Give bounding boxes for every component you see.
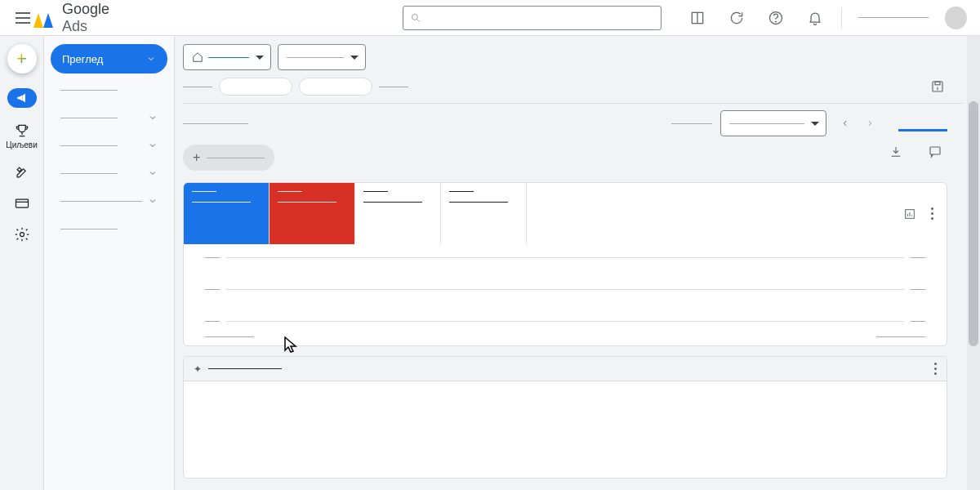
search-input[interactable] — [403, 6, 662, 30]
account-name[interactable] — [858, 17, 929, 18]
prev-button[interactable] — [835, 111, 856, 136]
sidebar: Преглед — [44, 36, 175, 490]
sidebar-item[interactable] — [51, 106, 167, 129]
date-paging — [835, 111, 880, 136]
metric-tile[interactable] — [441, 183, 527, 244]
appearance-icon[interactable] — [688, 8, 707, 28]
sidebar-overview-label: Преглед — [62, 53, 103, 65]
insights-card: ✦ — [183, 356, 947, 479]
hamburger-menu-icon[interactable] — [13, 8, 32, 28]
add-card-button[interactable]: + — [183, 145, 274, 171]
search-icon — [410, 12, 421, 24]
cursor-icon — [282, 335, 301, 354]
sidebar-overview[interactable]: Преглед — [51, 44, 167, 74]
filter-chips-row — [183, 77, 964, 96]
scrollbar[interactable] — [967, 36, 980, 490]
notifications-icon[interactable] — [805, 8, 825, 28]
scroll-thumb[interactable] — [969, 101, 978, 346]
header: Google Ads — [0, 0, 980, 36]
nav-rail: + Циљеви — [0, 36, 44, 490]
section-title — [183, 123, 248, 124]
admin-rail-item[interactable] — [6, 226, 38, 243]
tools-icon — [14, 164, 30, 180]
toolbar-row — [183, 110, 964, 136]
campaigns-rail-item[interactable] — [7, 88, 37, 108]
megaphone-icon — [16, 91, 29, 105]
sidebar-item[interactable] — [51, 217, 167, 240]
next-button[interactable] — [859, 111, 880, 136]
date-range-select[interactable] — [720, 110, 826, 136]
create-button[interactable]: + — [7, 44, 37, 74]
divider — [841, 7, 842, 29]
chart-gridline — [205, 321, 925, 322]
billing-rail-item[interactable] — [6, 195, 38, 212]
main: + — [175, 36, 980, 490]
date-label — [671, 123, 712, 124]
filter-label — [379, 87, 408, 87]
metric-tile[interactable] — [184, 183, 270, 244]
header-actions — [688, 8, 825, 28]
avatar[interactable] — [945, 7, 967, 29]
svg-point-5 — [775, 21, 776, 22]
metrics-card — [183, 182, 947, 346]
filter-chip[interactable] — [299, 78, 372, 96]
home-icon — [192, 51, 203, 63]
card-icon — [14, 195, 30, 212]
chevron-down-icon — [148, 113, 158, 122]
goals-label: Циљеви — [6, 140, 38, 149]
svg-point-0 — [412, 14, 417, 20]
chevron-down-icon — [148, 196, 158, 206]
metric-tile[interactable] — [355, 183, 441, 244]
save-icon[interactable] — [928, 77, 947, 96]
svg-rect-11 — [935, 82, 940, 85]
content: + — [175, 36, 964, 490]
expand-chart-icon[interactable] — [903, 207, 916, 220]
metric-tiles — [184, 183, 947, 244]
chart-gridline — [205, 257, 925, 258]
ads-logo-icon — [38, 8, 57, 28]
search-container — [403, 6, 662, 30]
metric-tile[interactable] — [270, 183, 355, 244]
scope-controls — [183, 44, 964, 70]
insights-title — [208, 368, 282, 369]
divider — [183, 103, 964, 104]
chart-gridline — [205, 289, 925, 290]
tools-rail-item[interactable] — [6, 164, 38, 180]
svg-rect-13 — [930, 147, 940, 154]
refresh-icon[interactable] — [727, 8, 746, 28]
help-icon[interactable] — [766, 8, 786, 28]
svg-point-9 — [20, 233, 24, 237]
card-actions — [889, 145, 964, 163]
filter-label — [183, 87, 212, 87]
filter-chip[interactable] — [219, 78, 292, 96]
sidebar-item[interactable] — [51, 189, 167, 212]
plus-icon: + — [193, 150, 200, 165]
sparkle-icon: ✦ — [194, 363, 202, 375]
svg-line-1 — [417, 19, 420, 21]
app-logo[interactable]: Google Ads — [38, 1, 135, 35]
gear-icon — [14, 226, 30, 243]
sidebar-item[interactable] — [51, 78, 167, 101]
sidebar-item[interactable] — [51, 134, 167, 157]
trophy-icon — [14, 122, 30, 139]
active-tab-underline[interactable] — [898, 116, 947, 131]
goals-rail-item[interactable]: Циљеви — [6, 122, 38, 149]
account-select[interactable] — [183, 44, 271, 70]
more-menu-icon[interactable] — [931, 207, 933, 220]
chevron-down-icon — [148, 168, 158, 178]
download-icon[interactable] — [889, 145, 903, 163]
campaign-select[interactable] — [278, 44, 366, 70]
feedback-icon[interactable] — [928, 145, 942, 163]
chevron-down-icon — [148, 140, 158, 150]
chart-body — [184, 244, 947, 336]
insights-header: ✦ — [184, 357, 947, 381]
chevron-down-icon — [146, 54, 156, 64]
sidebar-item[interactable] — [51, 162, 167, 185]
svg-rect-7 — [16, 199, 28, 207]
more-menu-icon[interactable] — [934, 363, 937, 375]
app-title: Google Ads — [62, 1, 135, 35]
